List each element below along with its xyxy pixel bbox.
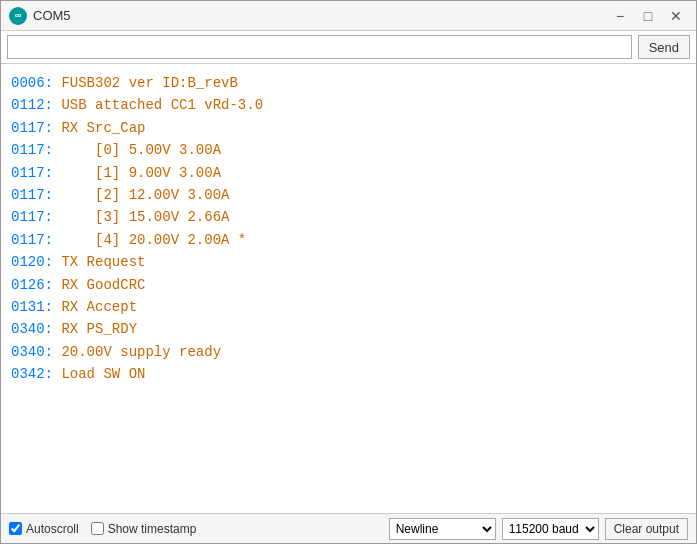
status-bar-left: Autoscroll Show timestamp [9,522,373,536]
line-timestamp: 0117: [11,232,53,248]
output-line: 0340: 20.00V supply ready [11,341,686,363]
output-line: 0126: RX GoodCRC [11,274,686,296]
line-message: TX Request [53,254,145,270]
line-message: [2] 12.00V 3.00A [53,187,229,203]
output-line: 0117: [4] 20.00V 2.00A * [11,229,686,251]
title-bar-buttons: − □ ✕ [608,6,688,26]
line-timestamp: 0117: [11,209,53,225]
serial-input[interactable] [7,35,632,59]
status-bar: Autoscroll Show timestamp NewlineNo line… [1,513,696,543]
serial-monitor-window: ∞ COM5 − □ ✕ Send 0006: FUSB302 ver ID:B… [0,0,697,544]
show-timestamp-group[interactable]: Show timestamp [91,522,197,536]
line-timestamp: 0006: [11,75,53,91]
line-timestamp: 0117: [11,142,53,158]
line-timestamp: 0120: [11,254,53,270]
line-message: 20.00V supply ready [53,344,221,360]
close-button[interactable]: ✕ [664,6,688,26]
line-timestamp: 0117: [11,120,53,136]
newline-select[interactable]: NewlineNo line endingCarriage returnBoth… [389,518,496,540]
window-title: COM5 [33,8,71,23]
output-line: 0117: [3] 15.00V 2.66A [11,206,686,228]
line-message: RX Src_Cap [53,120,145,136]
status-bar-right: NewlineNo line endingCarriage returnBoth… [389,518,688,540]
output-line: 0131: RX Accept [11,296,686,318]
output-line: 0006: FUSB302 ver ID:B_revB [11,72,686,94]
title-bar: ∞ COM5 − □ ✕ [1,1,696,31]
line-timestamp: 0117: [11,187,53,203]
line-message: USB attached CC1 vRd-3.0 [53,97,263,113]
line-timestamp: 0340: [11,321,53,337]
line-timestamp: 0131: [11,299,53,315]
output-line: 0117: [0] 5.00V 3.00A [11,139,686,161]
output-line: 0117: [2] 12.00V 3.00A [11,184,686,206]
title-bar-left: ∞ COM5 [9,7,71,25]
output-line: 0112: USB attached CC1 vRd-3.0 [11,94,686,116]
line-timestamp: 0117: [11,165,53,181]
output-line: 0117: [1] 9.00V 3.00A [11,162,686,184]
output-area: 0006: FUSB302 ver ID:B_revB0112: USB att… [1,64,696,513]
line-timestamp: 0126: [11,277,53,293]
output-line: 0117: RX Src_Cap [11,117,686,139]
line-timestamp: 0112: [11,97,53,113]
toolbar: Send [1,31,696,64]
output-line: 0120: TX Request [11,251,686,273]
send-button[interactable]: Send [638,35,690,59]
line-message: RX PS_RDY [53,321,137,337]
line-timestamp: 0340: [11,344,53,360]
autoscroll-group[interactable]: Autoscroll [9,522,79,536]
line-timestamp: 0342: [11,366,53,382]
output-line: 0342: Load SW ON [11,363,686,385]
line-message: [4] 20.00V 2.00A * [53,232,246,248]
line-message: [0] 5.00V 3.00A [53,142,221,158]
line-message: Load SW ON [53,366,145,382]
arduino-logo-icon: ∞ [9,7,27,25]
baud-select[interactable]: 300 baud1200 baud2400 baud4800 baud9600 … [502,518,599,540]
line-message: [1] 9.00V 3.00A [53,165,221,181]
minimize-button[interactable]: − [608,6,632,26]
line-message: RX Accept [53,299,137,315]
output-line: 0340: RX PS_RDY [11,318,686,340]
line-message: FUSB302 ver ID:B_revB [53,75,238,91]
autoscroll-label: Autoscroll [26,522,79,536]
clear-output-button[interactable]: Clear output [605,518,688,540]
autoscroll-checkbox[interactable] [9,522,22,535]
maximize-button[interactable]: □ [636,6,660,26]
line-message: [3] 15.00V 2.66A [53,209,229,225]
show-timestamp-checkbox[interactable] [91,522,104,535]
show-timestamp-label: Show timestamp [108,522,197,536]
line-message: RX GoodCRC [53,277,145,293]
